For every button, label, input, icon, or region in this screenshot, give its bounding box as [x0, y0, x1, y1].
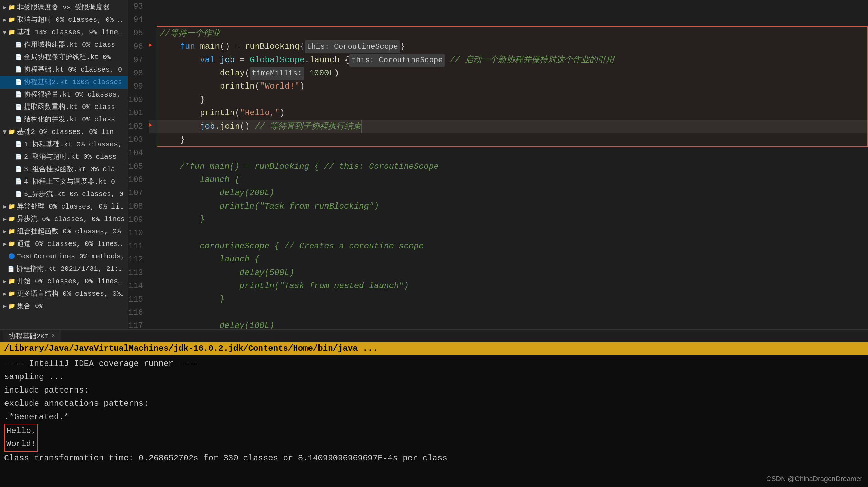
- sidebar-item-s25[interactable]: ▶📁集合 0%: [0, 300, 128, 313]
- sidebar-item-s19[interactable]: ▶📁组合挂起函数 0% classes, 0%: [0, 226, 128, 238]
- folder-icon-s2: 📁: [8, 16, 15, 24]
- line-content-105: /*fun main() = runBlocking { // this: Co…: [157, 160, 868, 173]
- sidebar-text-s7: 协程基础2.kt 100% classes: [24, 77, 122, 88]
- sidebar-item-s5[interactable]: 📄全局协程像守护线程.kt 0%: [0, 51, 128, 64]
- sidebar-arrow-s23: ▶: [3, 277, 8, 286]
- sidebar-text-s17: 异常处理 0% classes, 0% line: [17, 202, 125, 212]
- sidebar-item-s23[interactable]: ▶📁开始 0% classes, 0% lines cover: [0, 275, 128, 288]
- line-content-96: fun main() = runBlocking{this: Coroutine…: [157, 40, 868, 53]
- line-indicator-116: [149, 306, 157, 319]
- line-content-100: }: [157, 93, 868, 107]
- sidebar-item-s24[interactable]: ▶📁更多语言结构 0% classes, 0% lin: [0, 288, 128, 300]
- bottom-tab-coroutines[interactable]: 协程基础2Kt ×: [3, 330, 61, 342]
- line-number-106: 106: [128, 173, 149, 186]
- sidebar-item-s1[interactable]: ▶📁非受限调度器 vs 受限调度器: [0, 1, 128, 14]
- file-icon-s13: 📄: [15, 153, 22, 161]
- file-icon-s8: 📄: [15, 91, 22, 99]
- line-indicator-113: [149, 266, 157, 279]
- sidebar-text-s21: TestCoroutines 0% methods,: [17, 251, 125, 262]
- line-number-95: 95: [128, 27, 149, 40]
- line-content-117: delay(100L): [157, 319, 868, 329]
- code-line-96: 96▶ fun main() = runBlocking{this: Corou…: [128, 40, 868, 53]
- terminal-line-0: ---- IntelliJ IDEA coverage runner ----: [4, 357, 864, 370]
- sidebar-item-s18[interactable]: ▶📁异步流 0% classes, 0% lines: [0, 213, 128, 226]
- sidebar-arrow-s3: ▼: [3, 28, 8, 37]
- line-content-116: [157, 306, 868, 319]
- line-number-108: 108: [128, 200, 149, 213]
- line-content-112: launch {: [157, 253, 868, 266]
- sidebar-item-s17[interactable]: ▶📁异常处理 0% classes, 0% line: [0, 201, 128, 213]
- file-icon-s5: 📄: [15, 53, 22, 62]
- line-content-114: println("Task from nested launch"): [157, 279, 868, 293]
- line-content-103: }: [157, 133, 868, 147]
- code-line-117: 117 delay(100L): [128, 319, 868, 329]
- line-indicator-95: [149, 27, 157, 40]
- sidebar-item-s16[interactable]: 📄5_异步流.kt 0% classes, 0: [0, 188, 128, 201]
- line-content-102: job.join() // 等待直到子协程执行结束: [157, 120, 868, 133]
- sidebar-item-s15[interactable]: 📄4_协程上下文与调度器.kt 0: [0, 176, 128, 188]
- sidebar-item-s9[interactable]: 📄提取函数重构.kt 0% class: [0, 101, 128, 113]
- line-indicator-107: [149, 186, 157, 200]
- sidebar-item-s8[interactable]: 📄协程很轻量.kt 0% classes,: [0, 89, 128, 101]
- line-indicator-100: [149, 93, 157, 107]
- sidebar-text-s8: 协程很轻量.kt 0% classes,: [24, 90, 121, 100]
- line-content-113: delay(500L): [157, 266, 868, 279]
- file-icon-s16: 📄: [15, 190, 22, 199]
- folder-icon-s11: 📁: [8, 128, 15, 136]
- code-line-102: 102▶ job.join() // 等待直到子协程执行结束: [128, 120, 868, 133]
- line-indicator-93: [149, 0, 157, 13]
- sidebar-item-s12[interactable]: 📄1_协程基础.kt 0% classes,: [0, 138, 128, 151]
- line-number-111: 111: [128, 240, 149, 253]
- sidebar-arrow-s19: ▶: [3, 227, 8, 237]
- line-indicator-117: [149, 319, 157, 329]
- line-number-117: 117: [128, 319, 149, 329]
- line-number-112: 112: [128, 253, 149, 266]
- sidebar-item-s14[interactable]: 📄3_组合挂起函数.kt 0% cla: [0, 163, 128, 176]
- sidebar-arrow-s20: ▶: [3, 240, 8, 249]
- line-content-106: launch {: [157, 173, 868, 186]
- code-area[interactable]: 939495//等待一个作业96▶ fun main() = runBlocki…: [128, 0, 868, 329]
- file-icon-s9: 📄: [15, 103, 22, 111]
- file-icon-s22: 📄: [8, 265, 15, 273]
- line-indicator-99: [149, 80, 157, 93]
- terminal: /Library/Java/JavaVirtualMachines/jdk-16…: [0, 342, 868, 487]
- code-line-109: 109 }: [128, 213, 868, 226]
- code-line-107: 107 delay(200L): [128, 186, 868, 200]
- close-tab-button[interactable]: ×: [52, 333, 55, 339]
- folder-icon-s19: 📁: [8, 228, 15, 236]
- line-indicator-114: [149, 279, 157, 293]
- watermark: CSDN @ChinaDragonDreamer: [766, 475, 862, 483]
- line-content-108: println("Task from runBlocking"): [157, 200, 868, 213]
- sidebar-text-s9: 提取函数重构.kt 0% class: [24, 102, 115, 112]
- sidebar-item-s22[interactable]: 📄协程指南.kt 2021/1/31, 21:59, 1.: [0, 263, 128, 275]
- line-content-104: [157, 147, 868, 160]
- sidebar-text-s22: 协程指南.kt 2021/1/31, 21:59, 1.: [16, 264, 125, 274]
- code-line-110: 110: [128, 227, 868, 240]
- code-line-103: 103 }: [128, 133, 868, 147]
- line-indicator-102: ▶: [149, 120, 157, 133]
- sidebar-item-s20[interactable]: ▶📁通道 0% classes, 0% lines co: [0, 238, 128, 250]
- sidebar-arrow-s24: ▶: [3, 290, 8, 299]
- sidebar-item-s2[interactable]: ▶📁取消与超时 0% classes, 0% li: [0, 14, 128, 26]
- sidebar-item-s4[interactable]: 📄作用域构建器.kt 0% class: [0, 39, 128, 51]
- sidebar-item-s7[interactable]: 📄协程基础2.kt 100% classes: [0, 76, 128, 89]
- line-number-94: 94: [128, 13, 149, 26]
- sidebar-arrow-s11: ▼: [3, 128, 8, 137]
- line-indicator-112: [149, 253, 157, 266]
- sidebar-text-s5: 全局协程像守护线程.kt 0%: [24, 52, 111, 63]
- sidebar-text-s24: 更多语言结构 0% classes, 0% lin: [17, 289, 125, 299]
- sidebar-item-s6[interactable]: 📄协程基础.kt 0% classes, 0: [0, 64, 128, 76]
- sidebar-item-s21[interactable]: 🔵TestCoroutines 0% methods,: [0, 250, 128, 263]
- terminal-line-2: include patterns:: [4, 384, 864, 397]
- terminal-line-4: .*Generated.*: [4, 411, 864, 424]
- main-area: ▶📁非受限调度器 vs 受限调度器▶📁取消与超时 0% classes, 0% …: [0, 0, 868, 329]
- sidebar-item-s11[interactable]: ▼📁基础2 0% classes, 0% lin: [0, 126, 128, 138]
- sidebar-item-s10[interactable]: 📄结构化的并发.kt 0% class: [0, 113, 128, 126]
- line-indicator-97: [149, 54, 157, 67]
- terminal-output[interactable]: ---- IntelliJ IDEA coverage runner ----s…: [0, 355, 868, 487]
- sidebar-text-s14: 3_组合挂起函数.kt 0% cla: [24, 164, 115, 175]
- sidebar-item-s13[interactable]: 📄2_取消与超时.kt 0% class: [0, 151, 128, 163]
- sidebar-item-s3[interactable]: ▼📁基础 14% classes, 9% lines c: [0, 26, 128, 39]
- terminal-line-6: Hello,World!: [4, 424, 864, 452]
- code-line-115: 115 }: [128, 293, 868, 306]
